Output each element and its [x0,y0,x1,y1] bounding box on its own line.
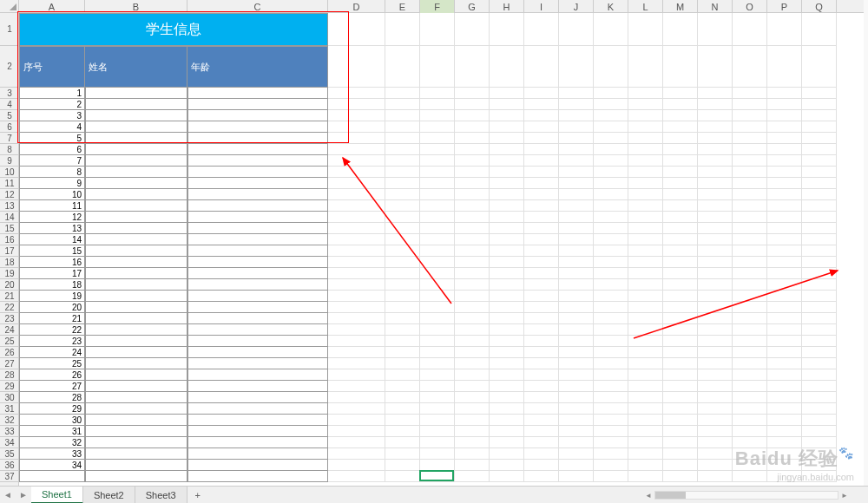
cell-F25[interactable] [420,336,455,347]
header-cell-B[interactable]: 姓名 [85,46,187,88]
cell-D14[interactable] [328,212,385,223]
cell-J16[interactable] [559,234,594,245]
cell-K24[interactable] [594,324,628,336]
cell-A33[interactable]: 31 [19,426,85,437]
cell-M14[interactable] [663,212,698,223]
cell-K1[interactable] [594,13,628,46]
cell-J36[interactable] [559,460,594,471]
cell-O34[interactable] [733,437,767,448]
cell-H19[interactable] [490,268,524,279]
cell-B7[interactable] [85,133,187,144]
cell-H6[interactable] [490,121,524,133]
cell-G25[interactable] [455,336,490,347]
cell-P2[interactable] [767,46,802,88]
cell-P16[interactable] [767,234,802,245]
cell-A11[interactable]: 9 [19,178,85,189]
cell-M13[interactable] [663,200,698,212]
cell-I6[interactable] [524,121,559,133]
row-header-8[interactable]: 8 [0,144,19,155]
cell-L12[interactable] [628,189,663,200]
cell-H3[interactable] [490,88,524,99]
cell-O2[interactable] [733,46,767,88]
cell-H27[interactable] [490,358,524,369]
cell-C14[interactable] [187,212,328,223]
cell-B14[interactable] [85,212,187,223]
cell-C35[interactable] [187,448,328,460]
cell-D35[interactable] [328,448,385,460]
cell-I11[interactable] [524,178,559,189]
cell-D29[interactable] [328,381,385,392]
cell-A37[interactable] [19,471,85,482]
cell-K31[interactable] [594,403,628,415]
cell-H36[interactable] [490,460,524,471]
cell-F32[interactable] [420,415,455,426]
cell-F12[interactable] [420,189,455,200]
column-header-P[interactable]: P [767,0,802,13]
column-header-N[interactable]: N [698,0,733,13]
cell-D37[interactable] [328,471,385,482]
cell-O4[interactable] [733,99,767,110]
cell-G23[interactable] [455,313,490,324]
cell-F24[interactable] [420,324,455,336]
cell-C18[interactable] [187,257,328,268]
cell-N17[interactable] [698,245,733,257]
column-header-H[interactable]: H [490,0,524,13]
column-header-B[interactable]: B [85,0,187,13]
cell-N28[interactable] [698,369,733,381]
cell-M19[interactable] [663,268,698,279]
cell-B29[interactable] [85,381,187,392]
cell-O8[interactable] [733,144,767,155]
cell-I1[interactable] [524,13,559,46]
sheet-tab-sheet3[interactable]: Sheet3 [135,487,187,504]
cell-E5[interactable] [385,110,420,121]
cell-B36[interactable] [85,460,187,471]
cell-M6[interactable] [663,121,698,133]
cell-F19[interactable] [420,268,455,279]
cell-B34[interactable] [85,437,187,448]
cell-D12[interactable] [328,189,385,200]
sheet-tab-sheet2[interactable]: Sheet2 [83,487,135,504]
scroll-left-icon[interactable]: ◄ [642,489,654,501]
row-header-13[interactable]: 13 [0,200,19,212]
cell-F37[interactable] [420,471,455,482]
cell-M21[interactable] [663,291,698,302]
cell-P21[interactable] [767,291,802,302]
cell-D13[interactable] [328,200,385,212]
cell-C15[interactable] [187,223,328,234]
cell-P6[interactable] [767,121,802,133]
cell-B6[interactable] [85,121,187,133]
row-header-5[interactable]: 5 [0,110,19,121]
row-header-18[interactable]: 18 [0,257,19,268]
cell-B3[interactable] [85,88,187,99]
cell-B10[interactable] [85,167,187,178]
cell-C33[interactable] [187,426,328,437]
cell-O30[interactable] [733,392,767,403]
cell-C36[interactable] [187,460,328,471]
cell-K4[interactable] [594,99,628,110]
cell-N4[interactable] [698,99,733,110]
cell-H20[interactable] [490,279,524,291]
cell-G7[interactable] [455,133,490,144]
cell-I14[interactable] [524,212,559,223]
cell-I3[interactable] [524,88,559,99]
cell-O11[interactable] [733,178,767,189]
cell-B18[interactable] [85,257,187,268]
cell-F29[interactable] [420,381,455,392]
cell-L20[interactable] [628,279,663,291]
cell-I5[interactable] [524,110,559,121]
row-header-37[interactable]: 37 [0,471,19,482]
cell-O14[interactable] [733,212,767,223]
cell-C22[interactable] [187,302,328,313]
cell-K21[interactable] [594,291,628,302]
cell-I21[interactable] [524,291,559,302]
row-header-20[interactable]: 20 [0,279,19,291]
cell-M27[interactable] [663,358,698,369]
cell-I36[interactable] [524,460,559,471]
cell-P36[interactable] [767,460,802,471]
cell-D23[interactable] [328,313,385,324]
cell-J33[interactable] [559,426,594,437]
cell-F33[interactable] [420,426,455,437]
cell-O29[interactable] [733,381,767,392]
cell-B20[interactable] [85,279,187,291]
cell-D31[interactable] [328,403,385,415]
